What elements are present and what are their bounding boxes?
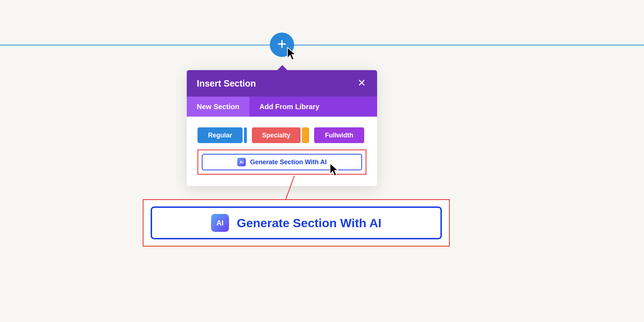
tab-new-section[interactable]: New Section (187, 97, 249, 117)
insert-section-popover: Insert Section New Section Add From Libr… (187, 70, 377, 186)
popover-tabs: New Section Add From Library (187, 97, 377, 117)
regular-button[interactable]: Regular (197, 127, 243, 143)
plus-icon (277, 39, 287, 50)
popover-title: Insert Section (197, 78, 256, 89)
section-divider-line (0, 45, 644, 45)
ai-callout-small: AI Generate Section With AI (197, 150, 366, 175)
tab-label: New Section (197, 103, 239, 111)
tab-add-from-library[interactable]: Add From Library (249, 97, 330, 117)
specialty-type-group: Specialty (252, 127, 309, 143)
button-label: Fullwidth (325, 132, 353, 139)
regular-side-accent (244, 127, 247, 143)
ai-icon: AI (211, 214, 229, 232)
ai-icon: AI (237, 158, 246, 166)
popover-body: Regular Specialty Fullwidth AI Generate … (187, 117, 377, 186)
close-button[interactable] (356, 78, 367, 89)
specialty-side-accent (302, 127, 309, 143)
ai-icon-text: AI (239, 160, 243, 164)
generate-with-ai-button-zoom[interactable]: AI Generate Section With AI (151, 206, 442, 239)
fullwidth-button[interactable]: Fullwidth (314, 127, 364, 143)
tab-label: Add From Library (259, 103, 319, 111)
ai-button-label: Generate Section With AI (237, 216, 382, 230)
specialty-button[interactable]: Specialty (252, 127, 301, 143)
regular-type-group: Regular (197, 127, 247, 143)
section-type-row: Regular Specialty Fullwidth (197, 127, 366, 143)
generate-with-ai-button[interactable]: AI Generate Section With AI (202, 154, 362, 170)
close-icon (358, 79, 366, 88)
popover-header: Insert Section (187, 70, 377, 97)
ai-button-label: Generate Section With AI (250, 158, 327, 166)
ai-callout-zoom: AI Generate Section With AI (143, 199, 450, 247)
button-label: Regular (208, 132, 232, 139)
ai-icon-text: AI (216, 219, 224, 227)
button-label: Specialty (262, 132, 290, 139)
add-section-button[interactable] (270, 33, 294, 57)
